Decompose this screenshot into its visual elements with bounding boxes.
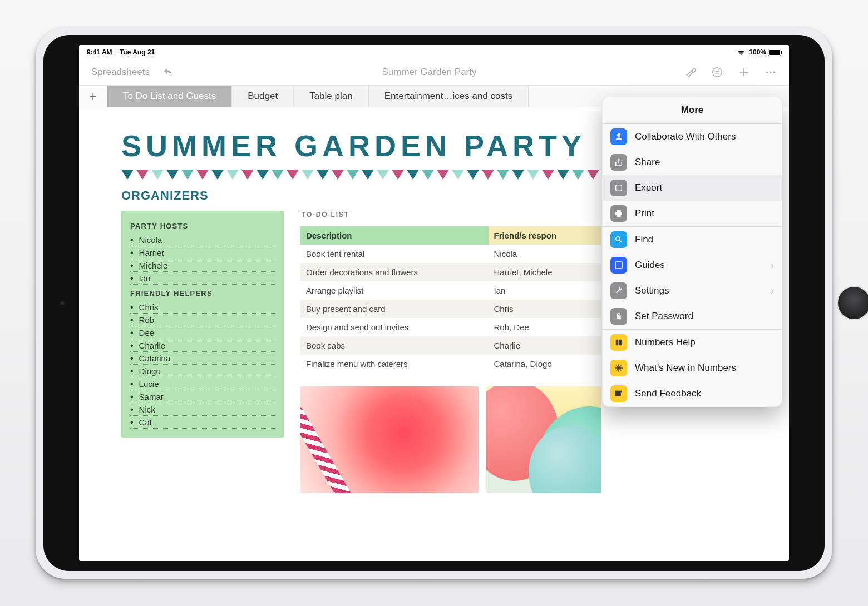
format-brush-icon[interactable] bbox=[684, 66, 697, 78]
table-row: Design and send out invitesRob, Dee bbox=[300, 318, 601, 336]
table-row: Book cabsCharlie bbox=[300, 336, 601, 355]
back-button[interactable]: Spreadsheets bbox=[91, 67, 150, 78]
svg-point-2 bbox=[770, 71, 771, 73]
undo-icon[interactable] bbox=[162, 66, 174, 78]
table-row: Order decorations and flowersHarriet, Mi… bbox=[300, 263, 601, 281]
hosts-list: NicolaHarrietMicheleIan bbox=[130, 234, 275, 285]
menu-label: Send Feedback bbox=[635, 388, 701, 399]
status-left: 9:41 AM Tue Aug 21 bbox=[87, 48, 155, 56]
list-item: Chris bbox=[130, 301, 275, 314]
cell-description: Book cabs bbox=[300, 336, 489, 355]
table-row: Finalize menu with caterersCatarina, Dio… bbox=[300, 355, 601, 373]
document-title: Summer Garden Party bbox=[174, 67, 684, 78]
status-bar: 9:41 AM Tue Aug 21 100% bbox=[79, 45, 789, 59]
menu-settings[interactable]: Settings › bbox=[603, 278, 782, 304]
helpers-header: FRIENDLY HELPERS bbox=[130, 289, 275, 297]
menu-label: Collaborate With Others bbox=[635, 131, 736, 142]
list-item: Michele bbox=[130, 259, 275, 272]
share-icon bbox=[610, 154, 627, 171]
list-item: Ian bbox=[130, 272, 275, 285]
menu-label: Settings bbox=[635, 285, 669, 296]
status-right: 100% bbox=[737, 48, 781, 56]
ipad-shell: 9:41 AM Tue Aug 21 100% Spreadsheets Sum… bbox=[36, 27, 832, 579]
menu-help[interactable]: Numbers Help bbox=[603, 330, 782, 355]
add-sheet-button[interactable]: ＋ bbox=[79, 86, 107, 107]
menu-whatsnew[interactable]: What’s New in Numbers bbox=[603, 355, 782, 381]
chevron-right-icon: › bbox=[771, 285, 774, 297]
wrench-icon bbox=[610, 282, 627, 299]
menu-label: Numbers Help bbox=[635, 337, 696, 348]
table-row: Buy present and cardChris bbox=[300, 300, 601, 318]
status-time: 9:41 AM bbox=[87, 48, 112, 56]
status-date: Tue Aug 21 bbox=[120, 48, 155, 56]
front-camera bbox=[60, 301, 65, 305]
list-item: Samar bbox=[130, 390, 275, 403]
helpers-list: ChrisRobDeeCharlieCatarinaDiogoLucieSama… bbox=[130, 301, 275, 429]
cell-responsible: Chris bbox=[489, 300, 601, 318]
menu-share[interactable]: Share bbox=[603, 150, 782, 175]
svg-point-5 bbox=[616, 237, 620, 241]
cell-description: Book tent rental bbox=[300, 245, 489, 263]
more-popover: More Collaborate With Others Share Expor… bbox=[602, 96, 782, 407]
photo-drink bbox=[300, 386, 479, 493]
sheet-tab-active[interactable]: To Do List and Guests bbox=[107, 86, 232, 107]
menu-label: Find bbox=[635, 234, 653, 245]
cell-description: Buy present and card bbox=[300, 300, 489, 318]
table-row: Arrange playlistIan bbox=[300, 281, 601, 300]
menu-guides[interactable]: Guides › bbox=[603, 252, 782, 278]
more-icon[interactable] bbox=[765, 66, 777, 78]
list-item: Cat bbox=[130, 416, 275, 429]
todo-table: Description Friend/s respon Book tent re… bbox=[300, 226, 601, 373]
lock-icon bbox=[610, 308, 627, 325]
svg-rect-6 bbox=[615, 262, 622, 269]
home-button[interactable] bbox=[837, 286, 868, 320]
sheet-tab-tableplan[interactable]: Table plan bbox=[294, 86, 369, 107]
cell-description: Finalize menu with caterers bbox=[300, 355, 489, 373]
cell-responsible: Catarina, Diogo bbox=[489, 355, 601, 373]
svg-point-3 bbox=[773, 71, 775, 73]
wifi-icon bbox=[737, 49, 746, 56]
cell-description: Design and send out invites bbox=[300, 318, 489, 336]
list-item: Lucie bbox=[130, 377, 275, 390]
svg-rect-4 bbox=[616, 185, 622, 191]
popover-title: More bbox=[603, 97, 782, 124]
chevron-right-icon: › bbox=[771, 260, 774, 271]
menu-feedback[interactable]: Send Feedback bbox=[603, 381, 782, 406]
menu-print[interactable]: Print bbox=[603, 201, 782, 226]
list-item: Rob bbox=[130, 314, 275, 326]
sheet-tab-budget[interactable]: Budget bbox=[232, 86, 294, 107]
compose-icon bbox=[610, 385, 627, 402]
menu-collaborate[interactable]: Collaborate With Others bbox=[603, 124, 782, 150]
cell-responsible: Rob, Dee bbox=[489, 318, 601, 336]
menu-setpassword[interactable]: Set Password bbox=[603, 304, 782, 329]
screen: 9:41 AM Tue Aug 21 100% Spreadsheets Sum… bbox=[79, 45, 789, 561]
cell-description: Arrange playlist bbox=[300, 281, 489, 300]
menu-label: Export bbox=[635, 182, 662, 193]
insert-icon[interactable] bbox=[711, 66, 723, 78]
sheet-tab-entertainment[interactable]: Entertainment…ices and costs bbox=[369, 86, 529, 107]
menu-export[interactable]: Export bbox=[603, 175, 782, 201]
list-item: Nick bbox=[130, 403, 275, 416]
hosts-header: PARTY HOSTS bbox=[130, 222, 275, 230]
sparkle-icon bbox=[610, 360, 627, 376]
menu-label: What’s New in Numbers bbox=[635, 362, 736, 374]
col-description: Description bbox=[300, 226, 489, 245]
list-item: Nicola bbox=[130, 234, 275, 246]
list-item: Charlie bbox=[130, 339, 275, 352]
add-icon[interactable] bbox=[738, 66, 750, 78]
col-responsible: Friend/s respon bbox=[489, 226, 601, 245]
menu-find[interactable]: Find bbox=[603, 227, 782, 252]
battery-indicator: 100% bbox=[749, 48, 781, 56]
menu-label: Share bbox=[635, 157, 660, 168]
organizers-box: PARTY HOSTS NicolaHarrietMicheleIan FRIE… bbox=[121, 211, 284, 438]
cell-responsible: Nicola bbox=[489, 245, 601, 263]
cell-responsible: Charlie bbox=[489, 336, 601, 355]
person-icon bbox=[610, 128, 627, 145]
cell-description: Order decorations and flowers bbox=[300, 263, 489, 281]
list-item: Diogo bbox=[130, 365, 275, 377]
menu-label: Set Password bbox=[635, 311, 693, 322]
battery-percent: 100% bbox=[749, 48, 766, 56]
todo-label: TO-DO LIST bbox=[302, 211, 601, 218]
guides-icon bbox=[610, 257, 627, 274]
image-gallery bbox=[300, 386, 601, 493]
